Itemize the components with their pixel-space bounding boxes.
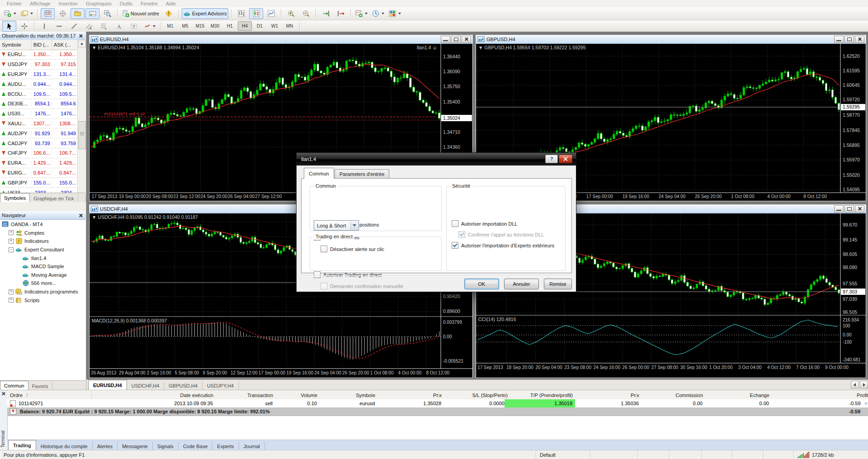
horizontal-line-button[interactable]	[52, 21, 66, 32]
scrollbar-thumb[interactable]	[78, 121, 86, 149]
crosshair-button[interactable]	[17, 21, 31, 32]
allow-dll-import-checkbox[interactable]: Autoriser importation DLL	[452, 220, 518, 227]
tree-item-oanda-mt4[interactable]: OANDA - MT4	[0, 220, 85, 229]
column-header-bid[interactable]: BID (...	[32, 40, 52, 50]
terminal-tab-alertes[interactable]: Alertes	[93, 442, 118, 450]
tree-item-ilan1-4[interactable]: Ilan1.4	[0, 254, 85, 262]
terminal-tab-experts[interactable]: Experts	[212, 442, 239, 450]
market-watch-scrollbar[interactable]	[77, 40, 85, 202]
market-watch-row[interactable]: EURA...1.429...1.429...	[0, 158, 78, 168]
data-window-button[interactable]	[56, 8, 70, 19]
indicators-button[interactable]	[354, 8, 369, 19]
tree-item-expert-consultant[interactable]: -Expert Consultant	[0, 246, 85, 254]
market-watch-row[interactable]: EURU...1.350...1.350...	[0, 50, 78, 60]
restore-icon[interactable]	[451, 36, 461, 43]
terminal-tab-messagerie[interactable]: Messagerie	[118, 442, 153, 450]
menu-aide[interactable]: Aide	[162, 0, 180, 7]
chart-shift-button[interactable]	[334, 8, 348, 19]
new-order-button[interactable]: Nouvel ordre	[120, 8, 161, 19]
timeframe-d1-button[interactable]: D1	[253, 21, 267, 31]
terminal-tab-journal[interactable]: Journal	[239, 442, 265, 450]
profiles-button[interactable]	[19, 8, 35, 19]
market-watch-row[interactable]: BCOU...109.5...109.5...	[0, 89, 78, 99]
close-icon[interactable]	[1, 391, 6, 396]
column-header-t-p-prendre-profit-7[interactable]: T/P (Prendre/profit)	[505, 391, 576, 399]
dialog-titlebar[interactable]: Ilan1.4	[297, 153, 576, 166]
timeframe-m30-button[interactable]: M30	[208, 21, 222, 31]
tab-symboles[interactable]: Symboles	[0, 193, 30, 202]
navigator-button[interactable]	[71, 8, 85, 19]
timeframe-h4-button[interactable]: H4	[238, 21, 252, 31]
close-icon[interactable]	[78, 213, 84, 218]
chevron-down-icon[interactable]	[365, 13, 368, 14]
column-header-volume-3[interactable]: Volume	[270, 391, 320, 399]
tree-item-comptes[interactable]: +Comptes	[0, 229, 85, 237]
chevron-down-icon[interactable]	[14, 13, 16, 14]
zoom-out-button[interactable]	[299, 8, 313, 19]
chevron-down-icon[interactable]	[153, 25, 156, 27]
expand-icon[interactable]: +	[9, 239, 14, 244]
arrows-button[interactable]	[142, 21, 157, 32]
reset-button[interactable]: Remise	[544, 279, 572, 289]
column-header-echange-10[interactable]: Echange	[700, 391, 772, 399]
candlestick-button[interactable]	[249, 8, 263, 19]
new-chart-button[interactable]	[2, 8, 18, 19]
chevron-down-icon[interactable]	[30, 13, 33, 14]
timeframe-m1-button[interactable]: M1	[163, 21, 177, 31]
tab-parameters[interactable]: Parameters d'entrée	[335, 169, 389, 179]
expand-icon[interactable]: +	[9, 298, 14, 303]
menu-outils[interactable]: Outils	[116, 0, 137, 7]
channel-button[interactable]: E	[82, 21, 96, 32]
market-watch-row[interactable]: USDJPY97.30397.315	[0, 60, 78, 70]
ok-button[interactable]: OK	[464, 279, 499, 289]
market-watch-row[interactable]: EURG...0.847...0.847...	[0, 168, 78, 178]
collapse-icon[interactable]: -	[9, 247, 14, 252]
cursor-button[interactable]	[2, 21, 16, 32]
timeframe-w1-button[interactable]: W1	[268, 21, 282, 31]
help-icon[interactable]: ?	[545, 155, 558, 163]
market-watch-row[interactable]: XAUU...1307....1308....	[0, 119, 78, 129]
minimize-icon[interactable]	[834, 205, 844, 213]
chart-tab-usdchf-h4[interactable]: USDCHF,H4	[127, 382, 165, 390]
tree-item-macd-sample[interactable]: MACD Sample	[0, 262, 85, 271]
column-header-ask[interactable]: ASK (...	[52, 40, 78, 50]
terminal-tab-trading[interactable]: Trading	[8, 440, 36, 450]
terminal-tab-historique-du-compte[interactable]: Historique du compte	[36, 442, 93, 450]
tab-commun[interactable]: Commun	[304, 168, 334, 179]
close-icon[interactable]	[78, 33, 84, 38]
chevron-down-icon[interactable]	[398, 13, 401, 14]
timeframe-m5-button[interactable]: M5	[178, 21, 192, 31]
minimize-icon[interactable]	[441, 36, 450, 43]
menu-graphiques[interactable]: Graphiques	[82, 0, 116, 7]
close-icon[interactable]	[559, 155, 572, 163]
timeframe-m15-button[interactable]: M15	[193, 21, 207, 31]
column-header-s-l-stop-perte-6[interactable]: S/L (Stop/Perte)	[439, 391, 510, 399]
tree-item-moving-average[interactable]: Moving Average	[0, 271, 85, 279]
strategy-tester-button[interactable]	[100, 8, 114, 19]
timeframe-h1-button[interactable]: H1	[223, 21, 237, 31]
vertical-line-button[interactable]	[37, 21, 51, 32]
column-header-transaction-2[interactable]: Transaction	[210, 391, 276, 399]
column-header-profit-11[interactable]: Profit	[766, 391, 868, 399]
column-header-prix-5[interactable]: Prix	[372, 391, 444, 399]
menu-affichage[interactable]: Affichage	[26, 0, 55, 7]
periods-button[interactable]	[370, 8, 386, 19]
terminal-order-row[interactable]: 1011429712013.10.09 09:35sell0.10eurusd1…	[7, 399, 868, 408]
tab-commun[interactable]: Commun	[0, 381, 28, 390]
terminal-button[interactable]	[85, 8, 99, 19]
auto-scroll-button[interactable]	[319, 8, 333, 19]
chevron-down-icon[interactable]	[382, 13, 384, 14]
menu-fenetre[interactable]: Fenetre	[137, 0, 162, 7]
menu-insertion[interactable]: Insertion	[55, 0, 82, 7]
trendline-button[interactable]	[67, 21, 81, 32]
market-watch-row[interactable]: CHFJPY106.6...106.7...	[0, 148, 78, 158]
market-watch-row[interactable]: DE30E...8554.18554.6	[0, 99, 78, 109]
tab-favoris[interactable]: Favoris	[28, 382, 52, 390]
minimize-icon[interactable]	[834, 36, 844, 43]
close-icon[interactable]	[462, 36, 471, 43]
market-watch-row[interactable]: US30...1476...1476...	[0, 109, 78, 119]
tree-item-indicateurs[interactable]: +fIndicateurs	[0, 237, 85, 246]
column-header-date-ex-cution-1[interactable]: Date exécution	[91, 391, 216, 399]
zoom-in-button[interactable]	[284, 8, 298, 19]
chart-window-titlebar[interactable]: EURUSD,H4	[89, 35, 473, 44]
